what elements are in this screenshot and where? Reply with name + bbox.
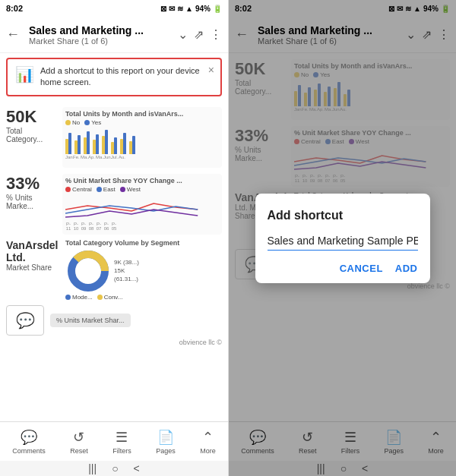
nav-more-label: More [200, 447, 216, 455]
nav-comments-label: Comments [12, 447, 46, 455]
company-sub: Market Share [6, 263, 59, 272]
home-back[interactable]: < [134, 462, 140, 474]
chart1-legend: No Yes [65, 119, 219, 126]
total-units-chart[interactable]: Total Units by Month and isVanArs... No … [62, 107, 222, 168]
pages-icon: 📄 [157, 429, 174, 446]
banner-text: Add a shortcut to this report on your de… [40, 65, 213, 89]
legend-no: No [65, 119, 80, 126]
shortcut-banner: 📊 Add a shortcut to this report on your … [6, 58, 222, 96]
donut-wrapper: 9K (38...) 15K (61.31...) [65, 248, 222, 294]
banner-close-button[interactable]: × [208, 64, 214, 76]
nav-more[interactable]: ⌃ More [200, 429, 216, 455]
add-button[interactable]: ADD [395, 263, 418, 274]
donut-legend-labels: Mode... Conv... [65, 294, 222, 301]
shortcut-name-input[interactable] [268, 232, 418, 251]
status-bar-left: 8:02 ⊠ ✉ ≋ ▲ 94% 🔋 [0, 0, 228, 17]
more-nav-icon: ⌃ [202, 429, 214, 446]
nav-reset[interactable]: ↺ Reset [70, 429, 88, 455]
modal-actions: CANCEL ADD [268, 263, 418, 274]
market-share-chart[interactable]: % Unit Market Share YOY Change ... Centr… [62, 174, 222, 235]
donut-section[interactable]: Total Category Volume by Segment 9K (38.… [65, 239, 222, 302]
x-axis-labels: Jan. Fe. Ma. Ap. Ma. Jun. Jul. Au. [65, 155, 219, 159]
home-circle[interactable]: ○ [112, 462, 118, 474]
svg-point-2 [76, 259, 100, 283]
donut-legend: 9K (38...) 15K (61.31...) [114, 259, 139, 282]
filters-icon: ☰ [116, 429, 128, 446]
legend-yes: Yes [84, 119, 101, 126]
metric-label-units: % Units Marke... [6, 194, 59, 210]
line-chart [65, 194, 219, 221]
home-bars[interactable]: ||| [88, 462, 97, 474]
time-left: 8:02 [6, 4, 23, 13]
vanarsdel-row: VanArsdel Ltd. Market Share Total Catego… [0, 238, 228, 304]
comments-icon: 💬 [21, 429, 37, 446]
company-info: VanArsdel Ltd. Market Share [6, 239, 59, 302]
chevron-down-icon[interactable]: ⌄ [178, 27, 188, 42]
add-shortcut-modal: Add shortcut CANCEL ADD [255, 194, 430, 283]
footer-section: 💬 % Units Market Shar... [0, 304, 228, 337]
donut-title: Total Category Volume by Segment [65, 239, 222, 247]
nav-pages[interactable]: 📄 Pages [156, 429, 176, 455]
report-subtitle-left: Market Share (1 of 6) [29, 36, 173, 46]
chart1-title: Total Units by Month and isVanArs... [65, 110, 219, 118]
chart-row-2: 33% % Units Marke... % Unit Market Share… [0, 171, 228, 238]
nav-comments[interactable]: 💬 Comments [12, 429, 46, 455]
metric-value-50k: 50K [6, 107, 59, 127]
bar-chart [65, 128, 219, 154]
nav-filters-label: Filters [112, 447, 131, 455]
modal-title: Add shortcut [268, 209, 418, 222]
nav-pages-label: Pages [156, 447, 176, 455]
app-header-left: ← Sales and Marketing ... Market Share (… [0, 17, 228, 53]
modal-overlay: Add shortcut CANCEL ADD [229, 0, 456, 476]
status-icons-left: ⊠ ✉ ≋ ▲ 94% 🔋 [160, 5, 222, 13]
expand-icon[interactable]: ⇗ [194, 27, 204, 42]
obvience-label: obvience llc © [0, 337, 228, 348]
chart2-title: % Unit Market Share YOY Change ... [65, 177, 219, 184]
nav-reset-label: Reset [70, 447, 88, 455]
x-axis-labels-2: P-11 P-10 P-09 P-08 P-07 P-06 P-05 [65, 222, 219, 231]
comment-placeholder: 💬 [6, 305, 44, 336]
units-market-share-card: % Units Market Shar... [50, 314, 131, 327]
header-title-area-left: Sales and Marketing ... Market Share (1 … [29, 24, 173, 46]
chart2-legend: Central East West [65, 186, 219, 193]
chart-icon: 📊 [15, 65, 34, 84]
company-name: VanArsdel Ltd. [6, 239, 59, 263]
back-button-left[interactable]: ← [6, 27, 24, 43]
market-share-metric: 33% % Units Marke... [6, 174, 59, 235]
metric-label-category: Total Category... [6, 127, 59, 143]
chart-row-1: 50K Total Category... Total Units by Mon… [0, 104, 228, 171]
report-title-left: Sales and Marketing ... [29, 24, 173, 36]
bottom-nav-left: 💬 Comments ↺ Reset ☰ Filters 📄 Pages ⌃ M… [0, 421, 228, 461]
home-indicator-left: ||| ○ < [0, 461, 228, 476]
metric-value-33: 33% [6, 174, 59, 194]
total-units-metric: 50K Total Category... [6, 107, 59, 168]
header-icons-left: ⌄ ⇗ ⋮ [178, 27, 222, 42]
reset-icon: ↺ [73, 429, 84, 446]
donut-chart-svg [65, 248, 111, 294]
content-area-left: 50K Total Category... Total Units by Mon… [0, 101, 228, 421]
right-screen: 8:02 ⊠ ✉ ≋ ▲ 94% 🔋 ← Sales and Marketing… [228, 0, 456, 476]
nav-filters[interactable]: ☰ Filters [112, 429, 131, 455]
more-icon[interactable]: ⋮ [210, 27, 222, 42]
cancel-button[interactable]: CANCEL [340, 263, 383, 274]
left-screen: 8:02 ⊠ ✉ ≋ ▲ 94% 🔋 ← Sales and Marketing… [0, 0, 228, 476]
